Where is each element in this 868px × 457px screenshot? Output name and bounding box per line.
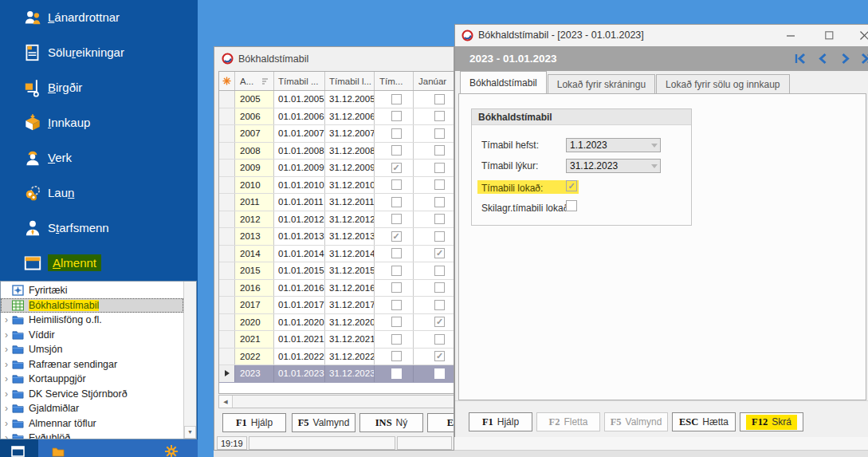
january-checkbox[interactable]	[434, 266, 445, 276]
tab-loka-fyrir-s-lu-og-innkaup[interactable]: Lokað fyrir sölu og innkaup	[656, 74, 789, 93]
period-closed-checkbox[interactable]	[391, 317, 402, 327]
expand-icon[interactable]: ›	[1, 418, 12, 429]
expand-icon[interactable]: ›	[1, 388, 12, 400]
sidebar-item-starfsmenn[interactable]: Starfsmenn	[0, 215, 198, 242]
tree-item-v-ddir[interactable]: ›Víddir	[1, 328, 183, 343]
f1-hj-lp-button[interactable]: F1Hjálp	[222, 413, 286, 432]
column-header-jan-ar[interactable]: Janúar	[414, 72, 454, 90]
january-checkbox[interactable]	[434, 214, 445, 224]
period-closed-checkbox[interactable]	[391, 179, 402, 190]
january-checkbox[interactable]	[434, 179, 445, 190]
table-row-2005[interactable]: 200501.01.200531.12.2005	[219, 91, 454, 108]
table-row-2022[interactable]: 202201.01.202231.12.2022✓	[219, 349, 454, 366]
esc-h-tta-button[interactable]: ESCHætta	[672, 412, 736, 431]
table-row-2012[interactable]: 201201.01.201231.12.2012	[219, 211, 454, 229]
january-checkbox[interactable]: ✓	[434, 351, 445, 361]
january-checkbox[interactable]: ✓	[434, 317, 445, 327]
next-record-icon[interactable]	[839, 52, 852, 65]
ent-button-button[interactable]: ENT	[427, 413, 454, 432]
expand-icon[interactable]: ›	[1, 329, 12, 341]
table-row-2023[interactable]: 202301.01.202331.12.2023	[219, 365, 454, 383]
expand-icon[interactable]: ›	[1, 432, 12, 439]
ins-n-button[interactable]: INSNý	[359, 413, 423, 432]
f12-skr-button[interactable]: F12Skrá	[740, 412, 803, 431]
table-row-2015[interactable]: 201501.01.201531.12.2015	[219, 262, 454, 280]
scroll-left-icon[interactable]: ◀	[219, 396, 233, 408]
period-closed-checkbox[interactable]	[391, 282, 402, 293]
expand-icon[interactable]: ›	[1, 344, 12, 355]
period-closed-checkbox[interactable]	[391, 248, 402, 258]
january-checkbox[interactable]	[434, 111, 445, 121]
f2-fletta-button[interactable]: F2Fletta	[536, 412, 600, 431]
period-closed-checkbox[interactable]	[391, 145, 402, 156]
sidebar-item-s-lureikningar[interactable]: Sölureikningar	[0, 39, 198, 66]
january-checkbox[interactable]	[434, 128, 445, 139]
folder-icon[interactable]	[51, 444, 65, 457]
tree-item-b-khaldst-mabil[interactable]: Bókhaldstímabil	[1, 298, 183, 313]
tree-scrollbar[interactable]: ▼	[183, 282, 196, 439]
period-closed-checkbox[interactable]	[391, 111, 402, 121]
period-end-field[interactable]: 31.12.2023	[566, 159, 661, 173]
tree-item-kortauppgj-r[interactable]: ›Kortauppgjör	[1, 372, 183, 387]
period-closed-checkbox[interactable]	[391, 300, 402, 310]
column-header-a[interactable]: A...	[235, 72, 274, 90]
january-checkbox[interactable]: ✓	[434, 248, 445, 258]
tree-item-heimilisf-ng-o-fl[interactable]: ›Heimilisföng o.fl.	[1, 313, 183, 328]
horizontal-scrollbar[interactable]: ◀	[218, 395, 454, 408]
period-closed-checkbox[interactable]	[391, 128, 402, 139]
table-row-2008[interactable]: 200801.01.200831.12.2008	[219, 143, 454, 160]
table-row-2016[interactable]: 201601.01.201631.12.2016	[219, 280, 454, 297]
period-closed-checkbox[interactable]: ✓	[391, 231, 402, 242]
january-checkbox[interactable]	[434, 231, 445, 242]
january-checkbox[interactable]	[434, 163, 445, 173]
sidebar-item-l-nardrottnar[interactable]: Lánardrottnar	[0, 4, 198, 31]
table-row-2010[interactable]: 201001.01.201031.12.2010	[219, 177, 454, 195]
january-checkbox[interactable]	[434, 94, 445, 104]
last-record-icon[interactable]	[861, 52, 868, 65]
period-closed-checkbox[interactable]: ✓	[391, 163, 402, 173]
sidebar-item-laun[interactable]: Laun	[0, 179, 198, 207]
sidebar-item-innkaup[interactable]: Innkaup	[0, 109, 198, 136]
table-row-2014[interactable]: 201401.01.201431.12.2014✓	[219, 246, 454, 263]
january-checkbox[interactable]	[434, 300, 445, 310]
scroll-down-icon[interactable]: ▼	[184, 426, 196, 439]
table-row-2009[interactable]: 200901.01.200931.12.2009✓	[219, 160, 454, 177]
tree-item-rafr-nar-sendingar[interactable]: ›Rafrænar sendingar	[1, 357, 183, 372]
dropdown-arrow-icon[interactable]	[651, 164, 658, 168]
january-checkbox[interactable]	[434, 197, 445, 207]
table-row-2006[interactable]: 200601.01.200631.12.2006	[219, 108, 454, 126]
tree-item-almennar-t-flur[interactable]: ›Almennar töflur	[1, 416, 183, 431]
f5-valmynd-button[interactable]: F5Valmynd	[292, 413, 355, 432]
expand-icon[interactable]: ›	[1, 403, 12, 414]
f5-valmynd-button[interactable]: F5Valmynd	[604, 412, 668, 431]
table-row-2021[interactable]: 202101.01.202131.12.2021	[219, 331, 454, 349]
dropdown-arrow-icon[interactable]	[651, 144, 658, 148]
tree-item-dk-service-stj-rnbor[interactable]: ›DK Service Stjórnborð	[1, 387, 183, 402]
previous-record-icon[interactable]	[816, 52, 830, 65]
minimize-button[interactable]	[782, 25, 799, 45]
period-closed-checkbox[interactable]	[391, 368, 402, 379]
sidebar-item-almennt[interactable]: Almennt	[0, 250, 198, 277]
tab-b-khaldst-mabil[interactable]: Bókhaldstímabil	[460, 71, 547, 93]
close-button[interactable]	[855, 25, 868, 45]
period-closed-checkbox[interactable]	[391, 351, 402, 361]
column-header-t-mabil-l[interactable]: Tímabil l...	[325, 72, 375, 90]
january-checkbox[interactable]	[434, 334, 445, 345]
period-closed-checkbox[interactable]: ✓	[566, 180, 577, 191]
january-checkbox[interactable]	[434, 368, 445, 379]
tab-loka-fyrir-skr-ningu[interactable]: Lokað fyrir skráningu	[548, 74, 655, 93]
table-row-2020[interactable]: 202001.01.202031.12.2020✓	[219, 314, 454, 332]
tree-item-fyrirt-ki[interactable]: Fyrirtæki	[1, 283, 183, 298]
window-icon[interactable]	[11, 444, 26, 457]
january-checkbox[interactable]	[434, 282, 445, 293]
tree-item-umsj-n[interactable]: ›Umsjón	[1, 342, 183, 357]
table-row-2013[interactable]: 201301.01.201331.12.2013✓	[219, 228, 454, 246]
period-closed-checkbox[interactable]	[391, 214, 402, 224]
table-row-2011[interactable]: 201101.01.201131.12.2011	[219, 194, 454, 211]
f1-hj-lp-button[interactable]: F1Hjálp	[469, 412, 532, 431]
dialog-titlebar[interactable]: Bókhaldstímabil - [2023 - 01.01.2023]	[455, 25, 868, 46]
vat-period-closed-checkbox[interactable]	[566, 200, 577, 211]
january-checkbox[interactable]	[434, 145, 445, 156]
periods-window-titlebar[interactable]: Bókhaldstímabil	[214, 47, 454, 70]
maximize-button[interactable]	[820, 25, 838, 45]
